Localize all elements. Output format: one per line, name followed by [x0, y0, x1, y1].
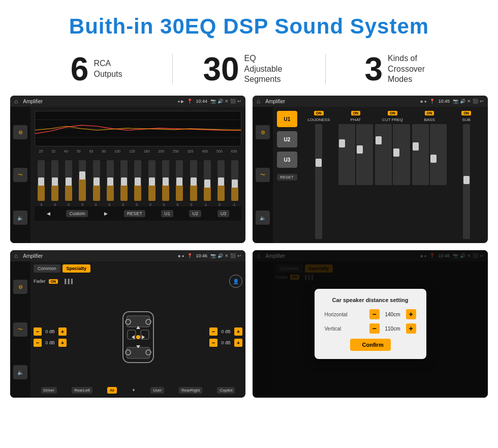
- eq-sliders: [35, 155, 241, 201]
- slider-12[interactable]: [190, 160, 197, 201]
- eq-status-time: 10:44: [196, 99, 207, 104]
- cr-filter-btn[interactable]: ⚙: [256, 125, 270, 139]
- user-label[interactable]: User: [150, 387, 164, 394]
- rear-right-label[interactable]: RearRight: [179, 387, 202, 394]
- slider-5[interactable]: [93, 160, 100, 201]
- eq-u3-btn[interactable]: U3: [217, 210, 230, 217]
- db-plus-tr[interactable]: +: [234, 327, 242, 336]
- vertical-plus-btn[interactable]: +: [406, 323, 416, 334]
- slider-3[interactable]: [65, 160, 72, 201]
- slider-6[interactable]: [107, 160, 114, 201]
- fader-content: ⚙ 〜 🔈 Common Specialty Fader ON ▐▐▐ 👤: [10, 261, 245, 398]
- channel-loudness: ON LOUDNESS: [301, 111, 336, 239]
- sub-on-badge[interactable]: ON: [461, 111, 471, 115]
- dialog-box: Car speaker distance setting Horizontal …: [315, 289, 426, 359]
- svg-point-10: [136, 335, 140, 339]
- fader-row: Fader ON ▐▐▐ 👤: [34, 275, 242, 288]
- phat-slider-2[interactable]: [356, 124, 373, 185]
- bass-on-badge[interactable]: ON: [425, 111, 434, 115]
- loudness-slider[interactable]: [315, 124, 322, 239]
- back-icon-2[interactable]: ↩: [480, 99, 484, 104]
- fdr-filter-btn[interactable]: ⚙: [13, 280, 27, 294]
- db-minus-bl[interactable]: −: [34, 339, 42, 347]
- crossover-main: U1 U2 U3 RESET ON LOUDNESS: [273, 107, 488, 243]
- all-label[interactable]: All: [107, 387, 117, 394]
- db-minus-tr[interactable]: −: [209, 327, 217, 336]
- back-icon-3[interactable]: ↩: [237, 253, 241, 258]
- page-title: Buith-in 30EQ DSP Sound System: [0, 0, 498, 48]
- slider-1[interactable]: [38, 160, 45, 201]
- slider-2[interactable]: [51, 160, 58, 201]
- fader-main: Common Specialty Fader ON ▐▐▐ 👤 − 0 dB +: [30, 261, 245, 398]
- fdr-wave-btn[interactable]: 〜: [13, 322, 27, 337]
- fdr-speaker-btn[interactable]: 🔈: [13, 365, 27, 379]
- eq-wave-btn[interactable]: 〜: [13, 168, 27, 182]
- db-minus-br[interactable]: −: [209, 339, 217, 347]
- eq-next-btn[interactable]: ▶: [104, 211, 108, 216]
- horizontal-plus-btn[interactable]: +: [406, 309, 416, 319]
- db-minus-tl[interactable]: −: [34, 327, 42, 336]
- tab-specialty[interactable]: Specialty: [63, 264, 91, 273]
- bass-slider-1[interactable]: [412, 124, 429, 185]
- vertical-minus-btn[interactable]: −: [369, 323, 380, 334]
- camera-icon-2: 📷: [453, 99, 458, 104]
- slider-14[interactable]: [217, 160, 225, 201]
- phat-slider-1[interactable]: [338, 124, 355, 185]
- eq-u2-btn[interactable]: U2: [189, 210, 201, 217]
- eq-filter-btn[interactable]: ⚙: [13, 125, 27, 139]
- crossover-reset-btn[interactable]: RESET: [277, 174, 297, 181]
- loudness-on-badge[interactable]: ON: [314, 111, 324, 115]
- fader-on-badge[interactable]: ON: [49, 279, 58, 284]
- slider-10[interactable]: [162, 160, 169, 201]
- preset-u1-btn[interactable]: U1: [277, 111, 297, 127]
- svg-rect-5: [127, 347, 150, 359]
- eq-reset-btn[interactable]: RESET: [124, 210, 145, 217]
- slider-7[interactable]: [120, 160, 128, 201]
- fader-tabs: Common Specialty: [34, 264, 242, 273]
- confirm-button[interactable]: Confirm: [350, 339, 391, 351]
- preset-u2-btn[interactable]: U2: [277, 131, 297, 147]
- preset-u3-btn[interactable]: U3: [277, 152, 297, 168]
- cutfreq-label: CUT FREQ: [382, 117, 403, 122]
- slider-15[interactable]: [231, 160, 238, 201]
- horizontal-control: − 140cm +: [369, 309, 416, 319]
- slider-13[interactable]: [204, 160, 211, 201]
- tab-common[interactable]: Common: [34, 264, 60, 273]
- cr-wave-btn[interactable]: 〜: [256, 168, 270, 182]
- speaker-car-area: − 0 dB + − 0 dB +: [34, 290, 242, 384]
- horizontal-minus-btn[interactable]: −: [369, 309, 380, 319]
- stats-bar: 6 RCA Outputs 30 EQ Adjustable Segments …: [0, 48, 498, 96]
- eq-speaker-btn[interactable]: 🔈: [13, 211, 27, 225]
- back-icon[interactable]: ↩: [237, 99, 241, 104]
- slider-9[interactable]: [148, 160, 155, 201]
- cutfreq-slider-2[interactable]: [393, 124, 410, 185]
- phat-on-badge[interactable]: ON: [351, 111, 361, 115]
- fader-sliders-icon: ▐▐▐: [63, 279, 73, 284]
- car-svg-container: [71, 307, 205, 368]
- eq-u1-btn[interactable]: U1: [161, 210, 173, 217]
- cr-speaker-btn[interactable]: 🔈: [256, 211, 270, 225]
- home-icon-3[interactable]: ⌂: [14, 252, 18, 259]
- slider-11[interactable]: [176, 160, 183, 201]
- speaker-controls-right: − 0 dB + − 0 dB +: [209, 327, 242, 347]
- db-plus-br[interactable]: +: [234, 339, 242, 347]
- db-plus-bl[interactable]: +: [58, 339, 67, 347]
- crossover-channels: ON LOUDNESS ON PHAT: [301, 111, 484, 239]
- vertical-control: − 110cm +: [369, 323, 416, 334]
- slider-8[interactable]: [134, 160, 141, 201]
- sub-slider[interactable]: [463, 124, 470, 239]
- copilot-label[interactable]: Copilot: [217, 387, 235, 394]
- cutfreq-slider-1[interactable]: [375, 124, 392, 185]
- rear-left-label[interactable]: RearLeft: [72, 387, 92, 394]
- home-icon[interactable]: ⌂: [14, 98, 18, 105]
- db-plus-tl[interactable]: +: [58, 327, 67, 336]
- stat-rca-number: 6: [71, 53, 89, 85]
- home-icon-2[interactable]: ⌂: [257, 98, 260, 105]
- profile-icon[interactable]: 👤: [229, 275, 242, 288]
- bass-slider-2[interactable]: [430, 124, 447, 185]
- cutfreq-on-badge[interactable]: ON: [388, 111, 397, 115]
- eq-prev-btn[interactable]: ◀: [47, 211, 50, 216]
- down-arrow-icon[interactable]: ▼: [132, 388, 136, 393]
- driver-label[interactable]: Driver: [41, 387, 57, 394]
- slider-4[interactable]: [79, 160, 86, 201]
